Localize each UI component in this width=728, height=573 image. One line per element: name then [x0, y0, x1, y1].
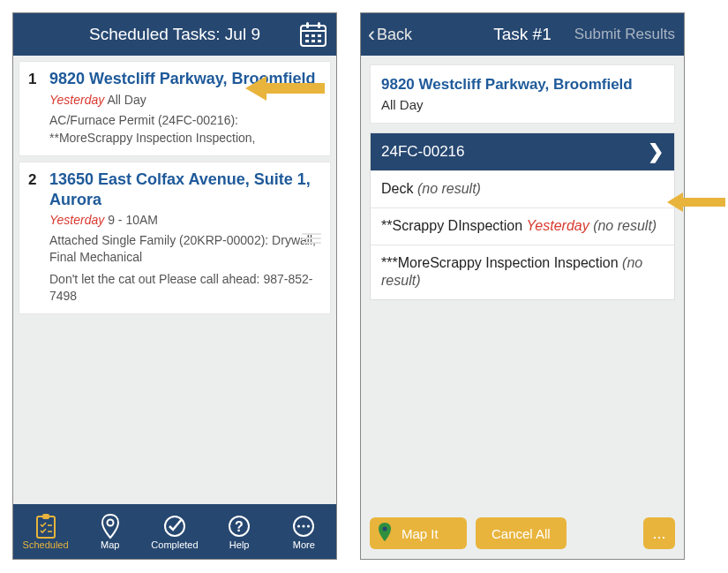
permit-header[interactable]: 24FC-00216 ❯ — [371, 133, 674, 170]
svg-rect-5 — [311, 34, 315, 37]
task-desc-line1: Attached Single Family (20KRP-00002): Dr… — [49, 232, 321, 266]
yesterday-label: Yesterday — [49, 93, 104, 107]
tab-help[interactable]: ? Help — [213, 513, 266, 550]
submit-results-button[interactable]: Submit Results — [574, 13, 675, 56]
no-result-label: (no result) — [417, 181, 481, 196]
more-label: ... — [652, 524, 665, 543]
svg-rect-7 — [305, 40, 309, 42]
task-address: 9820 Westcliff Parkway, Broomfield — [49, 69, 321, 89]
svg-point-14 — [107, 520, 113, 526]
svg-rect-4 — [305, 34, 309, 37]
chevron-left-icon: ‹ — [368, 24, 375, 45]
svg-rect-6 — [318, 34, 321, 37]
titlebar: Scheduled Tasks: Jul 9 — [13, 13, 336, 56]
svg-text:?: ? — [235, 519, 244, 534]
time-label: 9 - 10AM — [104, 213, 158, 227]
help-icon: ? — [227, 513, 251, 539]
task-number: 2 — [28, 170, 49, 305]
cancel-all-button[interactable]: Cancel All — [476, 517, 567, 549]
titlebar: ‹ Back Task #1 Submit Results — [361, 13, 684, 56]
cancel-all-label: Cancel All — [492, 526, 551, 541]
task-desc-line2: **MoreScrappy Inspection Inspection, — [49, 130, 321, 147]
tab-label: Completed — [151, 539, 198, 550]
back-button[interactable]: ‹ Back — [368, 13, 412, 56]
more-icon — [291, 513, 316, 539]
submit-label: Submit Results — [574, 26, 675, 43]
task-list: 1 9820 Westcliff Parkway, Broomfield Yes… — [13, 56, 336, 504]
svg-rect-3 — [318, 22, 320, 28]
task-card[interactable]: 2 13650 East Colfax Avenue, Suite 1, Aur… — [19, 162, 331, 314]
tab-map[interactable]: Map — [84, 513, 137, 550]
task-card[interactable]: 1 9820 Westcliff Parkway, Broomfield Yes… — [19, 61, 331, 156]
detail-header-card: 9820 Westcliff Parkway, Broomfield All D… — [370, 64, 675, 124]
svg-rect-9 — [318, 40, 321, 42]
tab-more[interactable]: More — [277, 513, 330, 550]
task-desc-line2: Don't let the cat out Please call ahead:… — [49, 271, 321, 305]
svg-rect-11 — [42, 514, 49, 519]
svg-point-19 — [297, 524, 300, 527]
task-schedule: Yesterday All Day — [49, 93, 321, 107]
check-circle-icon — [162, 513, 187, 539]
tab-scheduled[interactable]: Scheduled — [19, 513, 72, 550]
tab-label: Scheduled — [23, 539, 69, 550]
task-schedule: Yesterday 9 - 10AM — [49, 213, 321, 227]
bottom-tab-bar: Scheduled Map Completed — [13, 504, 336, 559]
inspection-label: ***MoreScrappy Inspection Inspection — [381, 255, 622, 270]
chevron-right-icon: ❯ — [648, 142, 664, 162]
detail-schedule: All Day — [381, 97, 664, 112]
tab-completed[interactable]: Completed — [148, 513, 201, 550]
phone-task-detail: ‹ Back Task #1 Submit Results 9820 Westc… — [360, 12, 685, 560]
task-number: 1 — [28, 69, 49, 147]
svg-point-22 — [383, 526, 387, 531]
svg-point-20 — [303, 524, 305, 527]
action-bar: Map It Cancel All ... — [361, 508, 684, 559]
inspection-row[interactable]: Deck (no result) — [371, 170, 674, 207]
inspection-row[interactable]: ***MoreScrappy Inspection Inspection (no… — [371, 245, 674, 300]
phone-scheduled-list: Scheduled Tasks: Jul 9 1 9820 Westcliff … — [12, 12, 337, 560]
clipboard-icon — [34, 513, 57, 539]
map-pin-icon — [100, 513, 121, 539]
inspection-label: **Scrappy DInspection — [381, 218, 527, 233]
tab-label: Map — [101, 539, 119, 550]
tab-label: Help — [229, 539, 250, 550]
time-label: All Day — [104, 93, 146, 107]
drag-handle-icon[interactable] — [302, 230, 321, 246]
no-result-label: (no result) — [589, 218, 657, 233]
map-pin-icon — [377, 522, 393, 546]
yesterday-label: Yesterday — [527, 218, 589, 233]
svg-point-21 — [307, 524, 310, 527]
back-label: Back — [377, 26, 412, 44]
svg-rect-2 — [306, 22, 309, 28]
inspection-row[interactable]: **Scrappy DInspection Yesterday (no resu… — [371, 207, 674, 245]
more-actions-button[interactable]: ... — [643, 517, 675, 549]
task-desc-line1: AC/Furnace Permit (24FC-00216): — [49, 112, 321, 129]
svg-rect-8 — [311, 40, 315, 42]
detail-address: 9820 Westcliff Parkway, Broomfield — [381, 76, 664, 94]
calendar-icon[interactable] — [299, 13, 327, 56]
page-title: Scheduled Tasks: Jul 9 — [89, 25, 260, 44]
task-address: 13650 East Colfax Avenue, Suite 1, Auror… — [49, 170, 321, 209]
map-it-label: Map It — [402, 526, 439, 541]
inspection-label: Deck — [381, 181, 417, 196]
tab-label: More — [293, 539, 315, 550]
detail-content: 9820 Westcliff Parkway, Broomfield All D… — [361, 56, 684, 508]
permit-number: 24FC-00216 — [381, 143, 465, 161]
permit-section: 24FC-00216 ❯ Deck (no result) **Scrappy … — [370, 132, 675, 300]
map-it-button[interactable]: Map It — [370, 517, 467, 549]
yesterday-label: Yesterday — [49, 213, 104, 227]
page-title: Task #1 — [493, 25, 551, 44]
svg-rect-10 — [37, 516, 55, 538]
